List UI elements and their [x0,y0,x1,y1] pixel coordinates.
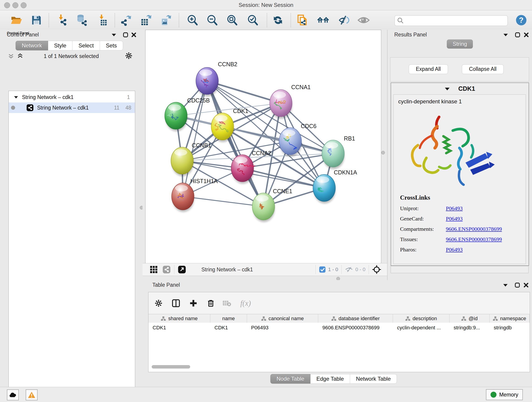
apply-layout-button[interactable] [271,13,285,27]
export-image-button[interactable] [159,13,172,27]
panel-float-button[interactable] [515,282,520,288]
table-row[interactable]: CDK1CDK1P064939606.ENSP00000378699cyclin… [148,323,530,333]
network-collection-row[interactable]: String Network – cdk1 1 [9,92,135,102]
help-button[interactable]: ? [515,13,528,27]
panel-close-button[interactable] [524,32,529,38]
network-share-toggle-button[interactable] [162,265,171,274]
search-input[interactable] [406,17,507,24]
table-cell[interactable]: P06493 [247,323,318,333]
protein-section-header[interactable]: CDK1 [391,83,529,95]
delete-column-button[interactable] [205,297,217,309]
panel-float-button[interactable] [515,32,520,38]
column-header-shared-name[interactable]: shared name [148,314,210,323]
collapse-triangle-icon[interactable] [444,87,450,91]
table-cell[interactable]: CDK1 [210,323,247,333]
table-cell[interactable]: cyclin-dependent ... [393,323,450,333]
column-header-canonical-name[interactable]: canonical name [247,314,318,323]
zoom-in-button[interactable] [186,13,199,27]
show-columns-button[interactable] [170,297,182,309]
show-graphics-details-button[interactable] [357,13,370,27]
edge-HIST1H1A-CCNE1[interactable] [183,196,264,206]
column-header-database-identifier[interactable]: database identifier [318,314,393,323]
tab-style[interactable]: Style [48,41,72,51]
export-network-icon [120,14,132,26]
show-all-networks-button[interactable] [317,13,330,27]
crosslink-link[interactable]: 9606.ENSP00000378699 [446,236,502,242]
crosslink-link[interactable]: P06493 [446,205,462,211]
clone-network-button[interactable] [296,13,309,27]
zoom-window-button[interactable] [21,2,27,8]
import-network-file-button[interactable] [56,13,69,27]
memory-label: Memory [499,392,518,398]
tab-select[interactable]: Select [72,41,100,51]
crosslink-link[interactable]: 9606.ENSP00000378699 [446,226,502,232]
tab-string[interactable]: String [447,39,473,49]
minimize-window-button[interactable] [12,2,18,8]
column-header-namespace[interactable]: namespace [490,314,530,323]
export-network-button[interactable] [120,13,133,27]
crosslink-row: Uniprot:P06493 [400,205,526,211]
table-cell[interactable]: CDK1 [148,323,210,333]
open-session-button[interactable] [10,13,23,27]
zoom-fit-button[interactable] [225,13,239,27]
tab-sets[interactable]: Sets [100,41,123,51]
houses-icon [317,14,330,27]
collapse-triangle-icon[interactable] [14,96,18,99]
crosslink-link[interactable]: P06493 [446,216,462,222]
right-splitter-handle[interactable] [381,151,385,154]
delete-table-button[interactable] [221,297,233,309]
export-table-button[interactable] [139,13,152,27]
network-options-gear-button[interactable] [125,52,133,60]
panel-menu-button[interactable] [503,33,508,37]
hidden-eye-icon[interactable] [345,266,353,273]
column-header-label: shared name [168,316,197,322]
panel-float-button[interactable] [123,32,128,38]
hide-graphics-details-button[interactable] [337,13,350,27]
table-cell[interactable]: 9606.ENSP00000378699 [318,323,393,333]
tab-node-table[interactable]: Node Table [270,374,310,384]
table-cell[interactable]: stringdb:9... [450,323,490,333]
tab-network-table[interactable]: Network Table [350,374,397,384]
cloud-status-button[interactable] [7,389,19,400]
collection-count: 1 [127,94,130,100]
search-field[interactable] [394,15,508,26]
network-selection-status: 1 of 1 Network selected [0,53,143,59]
close-window-button[interactable] [4,2,10,8]
column-header--id[interactable]: @id [450,314,490,323]
save-session-button[interactable] [30,13,43,27]
results-scroll-strip[interactable] [391,266,529,273]
tab-edge-table[interactable]: Edge Table [310,374,350,384]
fit-selected-button[interactable] [372,265,381,274]
crosslink-link[interactable]: P06493 [446,247,462,253]
toolbar-separator [114,13,115,27]
toolbar-separator [291,13,291,27]
network-canvas[interactable]: CCNB2CCNA1CDC25BCDK1CDC6RB1CCNB1CCNA2CDK… [145,30,381,264]
horizontal-scrollbar-thumb[interactable] [152,365,190,369]
create-column-button[interactable] [187,297,199,309]
memory-button[interactable]: Memory [486,389,523,400]
open-in-window-button[interactable] [177,265,186,274]
import-network-database-button[interactable] [75,13,88,27]
table-options-gear-button[interactable] [152,297,165,309]
panel-menu-button[interactable] [111,33,116,37]
network-label: String Network – cdk1 [37,105,89,111]
network-row-selected[interactable]: String Network – cdk1 11 48 [9,102,135,113]
collapse-all-button[interactable]: Collapse All [462,64,504,74]
zoom-selected-button[interactable] [246,13,259,27]
function-builder-button[interactable]: f(x) [240,297,252,309]
edge-CCNB2-CCNE1[interactable] [207,81,264,206]
panel-close-button[interactable] [523,282,529,288]
import-table-button[interactable] [95,13,109,27]
column-header-name[interactable]: name [210,314,247,323]
table-cell[interactable]: stringdb [490,323,530,333]
birdseye-toggle-button[interactable] [150,266,158,274]
warning-status-button[interactable] [26,389,38,400]
zoom-out-button[interactable] [206,13,219,27]
panel-menu-button[interactable] [503,283,508,287]
column-network-icon [331,316,336,321]
expand-all-button[interactable]: Expand All [409,64,448,74]
panel-close-button[interactable] [131,32,137,38]
selected-checkbox-icon[interactable] [319,266,326,273]
column-header-description[interactable]: description [393,314,450,323]
tab-network[interactable]: Network [16,41,48,51]
